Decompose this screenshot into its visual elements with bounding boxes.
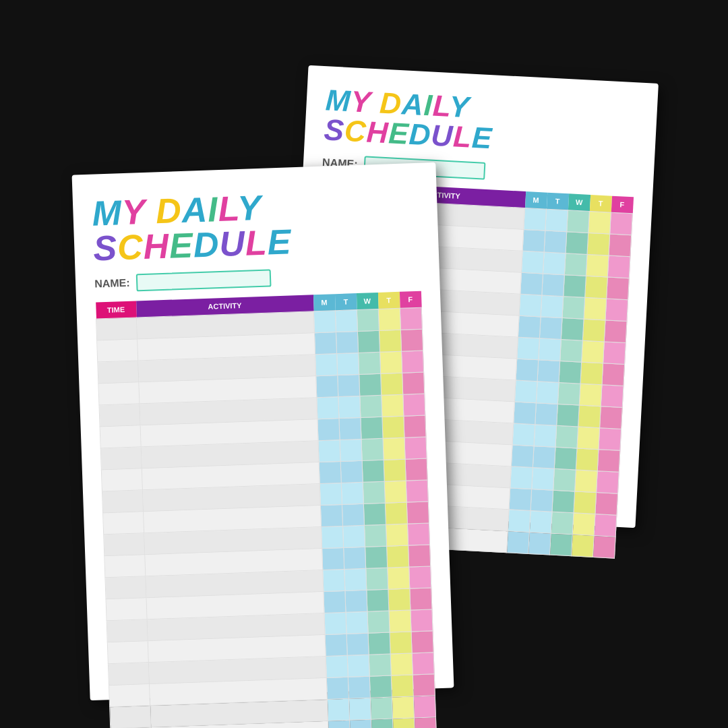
col-time-front: TIME [96, 301, 137, 319]
cell-f [403, 394, 425, 416]
cell-m [514, 402, 537, 425]
name-input-front[interactable] [136, 269, 272, 291]
cell-t [346, 633, 369, 655]
cell-t [335, 310, 357, 332]
cell-time [109, 684, 150, 707]
cell-t [537, 360, 560, 383]
cell-w [552, 490, 575, 513]
cell-t [339, 417, 361, 439]
cell-f [600, 406, 623, 429]
cell-m [318, 440, 340, 462]
cell-m [322, 547, 344, 570]
cell-m [317, 419, 340, 441]
cell-time [107, 619, 148, 642]
cell-m [514, 380, 537, 403]
cell-th [388, 567, 410, 589]
cell-time [110, 706, 151, 728]
cell-t [533, 446, 555, 469]
cell-time [104, 555, 146, 578]
cell-th [580, 362, 603, 385]
col-w-back: W [568, 193, 590, 211]
cell-th [384, 459, 406, 481]
cell-w [365, 546, 388, 568]
cell-t [340, 439, 362, 461]
cell-time [100, 447, 142, 470]
cell-m [516, 359, 539, 382]
cell-time [100, 425, 141, 448]
cell-f [411, 631, 433, 653]
title-front: MY DAILY SCHEDULE [92, 185, 420, 266]
cell-w [366, 568, 388, 590]
cell-f [413, 674, 435, 696]
cell-f [412, 653, 434, 675]
cell-t [534, 425, 557, 448]
cell-w [369, 654, 391, 676]
cell-f [607, 255, 630, 278]
card-front: MY DAILY SCHEDULE NAME: TIME ACTIVITY M … [72, 162, 454, 700]
cell-th [392, 696, 414, 719]
cell-t [336, 332, 358, 354]
cell-f [407, 523, 429, 545]
cell-th [391, 675, 413, 697]
cell-w [371, 719, 394, 728]
cell-th [382, 394, 404, 417]
cell-th [576, 448, 599, 471]
cell-f [408, 545, 431, 567]
cell-w [561, 318, 584, 341]
cell-th [587, 233, 610, 255]
cell-w [560, 340, 583, 363]
cell-th [572, 513, 595, 536]
cell-m [316, 375, 338, 398]
cell-f [406, 480, 428, 502]
cell-m [512, 423, 535, 446]
cell-t [341, 482, 363, 504]
cell-time [108, 663, 149, 686]
cell-f [599, 428, 621, 451]
cell-t [541, 295, 564, 318]
cell-w [564, 275, 586, 298]
cell-m [507, 531, 530, 554]
cell-m [511, 445, 534, 468]
cell-t [337, 353, 359, 375]
cell-th [574, 491, 597, 514]
col-f-back: F [611, 196, 633, 214]
cell-w [555, 425, 578, 448]
title-back: MY DAILY SCHEDULE [324, 85, 639, 160]
cell-f [604, 320, 627, 343]
cell-w [361, 438, 384, 460]
cell-w [554, 447, 577, 470]
cell-t [535, 403, 558, 426]
cell-th [385, 502, 407, 524]
cell-th [588, 211, 611, 234]
cell-w [370, 697, 392, 719]
cell-w [369, 675, 392, 698]
cell-w [363, 481, 385, 504]
cell-m [509, 488, 532, 511]
cell-th [584, 297, 607, 320]
cell-w [551, 512, 574, 535]
cell-w [368, 632, 390, 655]
cell-t [542, 274, 565, 297]
cell-w [359, 373, 382, 396]
cell-w [357, 330, 380, 353]
cell-th [392, 718, 415, 728]
cell-t [536, 382, 559, 404]
cell-time [101, 468, 142, 491]
cell-th [383, 437, 405, 460]
cell-f [404, 437, 427, 459]
cell-w [357, 309, 379, 331]
cell-t [338, 396, 361, 418]
cell-m [326, 655, 348, 677]
cell-m [313, 311, 336, 333]
cell-time [104, 533, 145, 556]
cell-th [578, 405, 601, 428]
scene: MY DAILY SCHEDULE NAME: TIME ACTIVITY M … [61, 61, 667, 667]
cell-t [348, 676, 370, 698]
cell-w [562, 297, 585, 320]
cell-m [519, 294, 542, 317]
cell-th [585, 276, 608, 299]
cell-f [402, 372, 425, 394]
cell-w [553, 468, 576, 491]
cell-time [106, 598, 147, 621]
cell-t [543, 252, 566, 275]
